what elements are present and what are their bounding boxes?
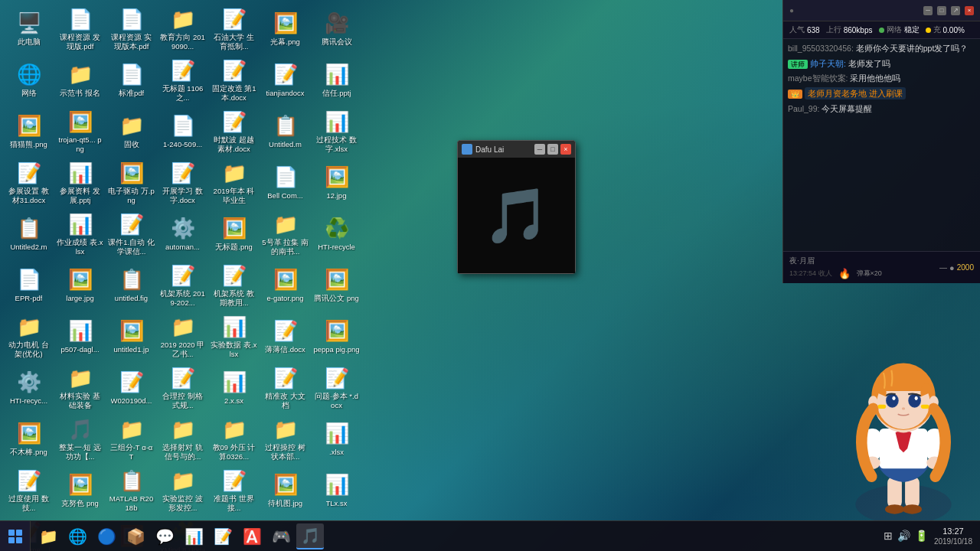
desktop-icon-icon-68[interactable]: 📝 准题书 世界接... — [209, 465, 259, 515]
desktop-icon-icon-9[interactable]: 📁 示范书 报名 — [55, 55, 105, 105]
desktop-icon-icon-34[interactable]: 📁 5号革 拉集 南的南书... — [260, 209, 310, 259]
icon-image-icon-40: 📝 — [222, 263, 247, 288]
desktop-icon-icon-33[interactable]: 🖼️ 无标题.png — [209, 209, 259, 259]
desktop-icon-icon-69[interactable]: 🖼️ 待机图.jpg — [260, 465, 310, 515]
desktop-icon-icon-27[interactable]: 📄 Bell Com... — [260, 158, 310, 207]
desktop-icon-icon-17[interactable]: 📁 固收 — [106, 106, 156, 156]
desktop-icon-icon-64[interactable]: 📝 过度使用 数技... — [4, 465, 54, 515]
panel-close-btn[interactable]: × — [965, 6, 974, 15]
desktop-icon-icon-29[interactable]: 📋 Untitled2.m — [4, 209, 54, 259]
panel-minimize-btn[interactable]: ─ — [923, 6, 933, 15]
desktop-icon-icon-11[interactable]: 📝 无标题 1106之... — [158, 55, 207, 105]
taskbar-item-3[interactable]: 📦 — [122, 523, 149, 549]
taskbar-item-0[interactable]: 📁 — [34, 523, 62, 549]
desktop-icon-icon-18[interactable]: 📄 1-240-509... — [158, 106, 207, 156]
desktop-icon-icon-51[interactable]: 📁 材料实验 基础装备 — [55, 363, 105, 412]
media-player-window: Dafu Lai ─ □ × 🎵 — [457, 140, 576, 274]
desktop-icon-icon-43[interactable]: 📁 动力电机 台架(优化) — [4, 311, 54, 361]
minimize-button[interactable]: ─ — [534, 144, 545, 155]
desktop-icon-icon-32[interactable]: ⚙️ automan... — [158, 209, 207, 259]
desktop-icon-icon-52[interactable]: 📝 W020190d... — [106, 363, 156, 412]
desktop-icon-icon-38[interactable]: 📋 untitled.fig — [106, 260, 156, 310]
desktop-icon-icon-39[interactable]: 📝 机架系统 2019-202... — [158, 260, 207, 310]
desktop-icon-icon-57[interactable]: 🖼️ 不木棒.png — [4, 414, 54, 464]
desktop-icon-icon-59[interactable]: 📁 三组分-T α-αT — [106, 414, 156, 464]
desktop-icon-icon-5[interactable]: 📝 石油大学 生育抵制... — [209, 4, 259, 54]
taskbar-item-4[interactable]: 💬 — [151, 523, 178, 549]
icon-image-icon-55: 📝 — [273, 366, 298, 390]
taskbar-item-5[interactable]: 📊 — [180, 523, 207, 549]
desktop-icon-icon-15[interactable]: 🖼️ 猫猫熊.png — [4, 106, 54, 156]
desktop-icon-icon-23[interactable]: 📊 参展资料 发展.pptj — [55, 158, 105, 207]
desktop-icon-icon-65[interactable]: 🖼️ 克努色 png — [55, 465, 105, 515]
desktop-icon-icon-54[interactable]: 📊 2.x.sx — [209, 363, 259, 412]
desktop-icon-icon-7[interactable]: 🎥 腾讯会议 — [312, 4, 361, 54]
desktop-icon-icon-28[interactable]: 🖼️ 12.jpg — [312, 158, 361, 207]
desktop-icon-icon-2[interactable]: 📄 课程资源 发现版.pdf — [55, 4, 105, 54]
desktop-icon-icon-41[interactable]: 🖼️ e-gator.png — [260, 260, 310, 310]
battery-tray-icon[interactable]: 🔋 — [915, 530, 928, 542]
desktop-icon-icon-42[interactable]: 🖼️ 腾讯公文 png — [312, 260, 361, 310]
desktop-icon-icon-22[interactable]: 📝 参展设置 教材31.docx — [4, 158, 54, 207]
desktop-icon-icon-8[interactable]: 🌐 网络 — [4, 55, 54, 105]
desktop-icon-icon-40[interactable]: 📝 机架系统 教期教用... — [209, 260, 259, 310]
desktop-icon-icon-31[interactable]: 📝 课件1.自动 化学课信... — [106, 209, 156, 259]
desktop-icon-icon-10[interactable]: 📄 标准pdf — [106, 55, 156, 105]
panel-fullscreen-btn[interactable]: □ — [937, 6, 946, 15]
desktop-icon-icon-61[interactable]: 📁 教09 外压 计算0326... — [209, 414, 259, 464]
desktop-icon-icon-60[interactable]: 📁 选择射对 轨信号与的... — [158, 414, 207, 464]
taskbar-clock[interactable]: 13:27 2019/10/18 — [934, 526, 972, 546]
desktop-icon-icon-62[interactable]: 📁 过程操控 树状本部... — [260, 414, 310, 464]
taskbar-item-icon-6: 📝 — [214, 527, 233, 546]
taskbar-item-7[interactable]: 🅰️ — [238, 523, 266, 549]
maximize-button[interactable]: □ — [547, 144, 558, 155]
desktop-icon-icon-20[interactable]: 📋 Untitled.m — [260, 106, 310, 156]
desktop-icon-icon-3[interactable]: 📄 课程资源 实现版本.pdf — [106, 4, 156, 54]
desktop-icon-icon-58[interactable]: 🎵 整某一·短 远功功【... — [55, 414, 105, 464]
system-tray: ⊞ 🔊 🔋 — [884, 530, 928, 542]
desktop-icon-icon-63[interactable]: 📊 .xlsx — [312, 414, 361, 464]
desktop-icon-icon-67[interactable]: 📁 实验监控 波形发控... — [158, 465, 207, 515]
taskbar-item-2[interactable]: 🔵 — [93, 523, 120, 549]
desktop-icon-icon-53[interactable]: 📝 合理控 制格式规... — [158, 363, 207, 412]
icon-label-icon-69: 待机图.jpg — [268, 499, 302, 507]
close-button[interactable]: × — [560, 144, 571, 155]
desktop-icon-icon-1[interactable]: 🖥️ 此电脑 — [4, 4, 54, 54]
desktop-icon-icon-16[interactable]: 🖼️ trojan-qt5... png — [55, 106, 105, 156]
desktop-icon-icon-13[interactable]: 📝 tianjiandocx — [260, 55, 310, 105]
icon-label-icon-51: 材料实验 基础装备 — [57, 392, 103, 409]
taskbar-item-8[interactable]: 🎮 — [267, 523, 295, 549]
desktop-icon-icon-45[interactable]: 🖼️ untitled1.jp — [106, 311, 156, 361]
desktop-icon-icon-24[interactable]: 🖼️ 电子驱动 万.png — [106, 158, 156, 207]
desktop-icon-icon-46[interactable]: 📁 2019 2020 甲乙书... — [158, 311, 207, 361]
panel-restore-btn[interactable]: ↗ — [951, 6, 960, 15]
desktop-icon-icon-56[interactable]: 📝 问题·参本 *.docx — [312, 363, 361, 412]
taskbar-item-1[interactable]: 🌐 — [64, 523, 91, 549]
desktop-icon-icon-47[interactable]: 📊 实验数据 表.xlsx — [209, 311, 259, 361]
desktop-icon-icon-66[interactable]: 📋 MATLAB R2018b — [106, 465, 156, 515]
network-tray-icon[interactable]: ⊞ — [884, 530, 893, 542]
desktop-icon-icon-4[interactable]: 📁 教育方向 2019090... — [158, 4, 207, 54]
desktop-icon-icon-30[interactable]: 📊 作业成绩 表.xlsx — [55, 209, 105, 259]
volume-tray-icon[interactable]: 🔊 — [897, 530, 910, 542]
desktop-icon-icon-70[interactable]: 📊 TLx.sx — [312, 465, 361, 515]
desktop-icon-icon-25[interactable]: 📝 开展学习 数字.docx — [158, 158, 207, 207]
desktop-icon-icon-37[interactable]: 🖼️ large.jpg — [55, 260, 105, 310]
desktop-icon-icon-44[interactable]: 📊 p507-dagl... — [55, 311, 105, 361]
desktop-icon-icon-49[interactable]: 🖼️ peppa pig.png — [312, 311, 361, 361]
desktop-icon-icon-55[interactable]: 📝 精准改 大文档 — [260, 363, 310, 412]
start-button[interactable] — [0, 521, 31, 552]
desktop-icon-icon-50[interactable]: ⚙️ HTI-recyc... — [4, 363, 54, 412]
desktop-icon-icon-12[interactable]: 📝 固定改造 第1本.docx — [209, 55, 259, 105]
taskbar-item-9[interactable]: 🎵 — [296, 523, 324, 549]
desktop-icon-icon-19[interactable]: 📝 时默波 超越素材.docx — [209, 106, 259, 156]
desktop-icon-icon-6[interactable]: 🖼️ 光幕.png — [260, 4, 310, 54]
icon-image-icon-31: 📝 — [119, 212, 144, 236]
desktop-icon-icon-21[interactable]: 📊 过程技术 数字.xlsx — [312, 106, 361, 156]
desktop-icon-icon-35[interactable]: ♻️ HTI-recycle — [312, 209, 361, 259]
desktop-icon-icon-26[interactable]: 📁 2019年本 科毕业生 — [209, 158, 259, 207]
desktop-icon-icon-14[interactable]: 📊 信任.pptj — [312, 55, 361, 105]
taskbar-item-6[interactable]: 📝 — [209, 523, 237, 549]
desktop-icon-icon-48[interactable]: 📝 薄薄信.docx — [260, 311, 310, 361]
desktop-icon-icon-36[interactable]: 📄 EPR-pdf — [4, 260, 54, 310]
